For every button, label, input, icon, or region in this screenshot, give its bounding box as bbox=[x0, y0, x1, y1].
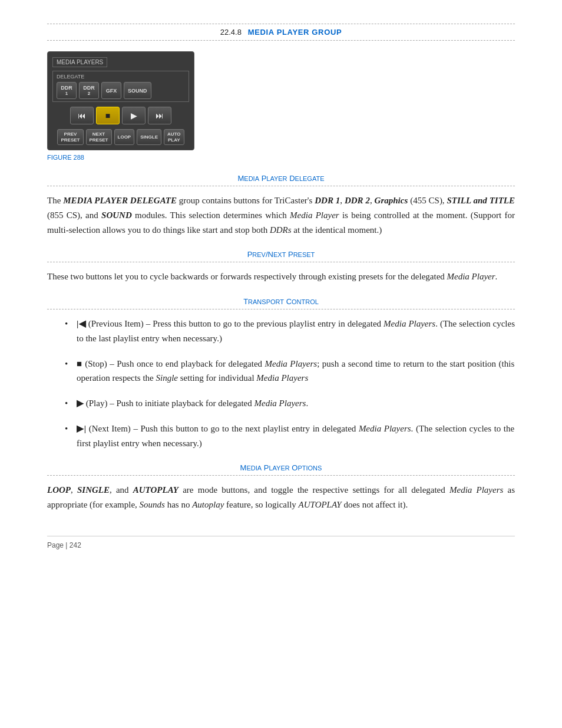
transport-bullet-list: |◀ (Previous Item) – Press this button t… bbox=[65, 317, 515, 450]
stop-button[interactable]: ■ bbox=[96, 107, 120, 124]
subsection-heading-prevnext: PREV/NEXT PRESET bbox=[47, 250, 515, 262]
next-preset-button[interactable]: NEXTPRESET bbox=[86, 129, 112, 145]
bullet-prev-item: |◀ (Previous Item) – Press this button t… bbox=[65, 317, 515, 346]
next-item-button[interactable]: ⏭ bbox=[148, 107, 171, 124]
prevnext-body: These two buttons let you to cycle backw… bbox=[47, 269, 515, 284]
media-players-widget: MEDIA PLAYERS DELEGATE DDR 1 DDR 2 GFX S… bbox=[47, 51, 194, 150]
bullet-next-item: ▶| (Next Item) – Push this button to go … bbox=[65, 421, 515, 451]
delegate-body: The MEDIA PLAYER DELEGATE group contains… bbox=[47, 193, 515, 237]
sound-button[interactable]: SOUND bbox=[124, 82, 151, 99]
page-footer: Page | 242 bbox=[47, 536, 515, 549]
bullet-play: ▶ (Play) – Push to initiate playback for… bbox=[65, 396, 515, 411]
prev-preset-button[interactable]: PREVPRESET bbox=[57, 129, 83, 145]
delegate-buttons: DDR 1 DDR 2 GFX SOUND bbox=[57, 82, 185, 99]
subsection-heading-transport: TRANSPORT CONTROL bbox=[47, 297, 515, 309]
bullet-stop: ■ (Stop) – Push once to end playback for… bbox=[65, 357, 515, 386]
autoplay-button[interactable]: AUTOPLAY bbox=[164, 129, 184, 145]
page-number: Page | 242 bbox=[47, 541, 81, 549]
widget-title: MEDIA PLAYERS bbox=[52, 57, 107, 67]
prevnext-heading-text: PREV/NEXT PRESET bbox=[247, 250, 315, 259]
ddr1-button[interactable]: DDR 1 bbox=[57, 82, 77, 99]
transport-heading-text: TRANSPORT CONTROL bbox=[243, 297, 319, 306]
figure-container: MEDIA PLAYERS DELEGATE DDR 1 DDR 2 GFX S… bbox=[47, 51, 515, 150]
subsection-heading-delegate: MEDIA PLAYER DELEGATE bbox=[47, 174, 515, 186]
subsection-heading-options: MEDIA PLAYER OPTIONS bbox=[47, 463, 515, 476]
figure-caption: FIGURE 288 bbox=[47, 154, 515, 161]
single-button[interactable]: SINGLE bbox=[137, 129, 161, 145]
section-number: 22.4.8 bbox=[220, 28, 242, 37]
gfx-button[interactable]: GFX bbox=[101, 82, 121, 99]
options-buttons: PREVPRESET NEXTPRESET LOOP SINGLE AUTOPL… bbox=[52, 129, 189, 145]
play-button[interactable]: ▶ bbox=[122, 107, 146, 124]
options-heading-text: MEDIA PLAYER OPTIONS bbox=[240, 463, 322, 472]
ddr2-button[interactable]: DDR 2 bbox=[79, 82, 99, 99]
section-title: MEDIA PLAYER GROUP bbox=[248, 28, 342, 37]
delegate-section: DELEGATE DDR 1 DDR 2 GFX SOUND bbox=[52, 71, 189, 102]
section-heading: 22.4.8 MEDIA PLAYER GROUP bbox=[47, 24, 515, 41]
loop-button[interactable]: LOOP bbox=[114, 129, 135, 145]
prev-item-button[interactable]: ⏮ bbox=[70, 107, 94, 124]
transport-buttons: ⏮ ■ ▶ ⏭ bbox=[52, 107, 189, 124]
delegate-label: DELEGATE bbox=[57, 74, 185, 80]
options-body: LOOP, SINGLE, and AUTOPLAY are mode butt… bbox=[47, 483, 515, 512]
delegate-heading-text: MEDIA PLAYER DELEGATE bbox=[237, 174, 324, 183]
